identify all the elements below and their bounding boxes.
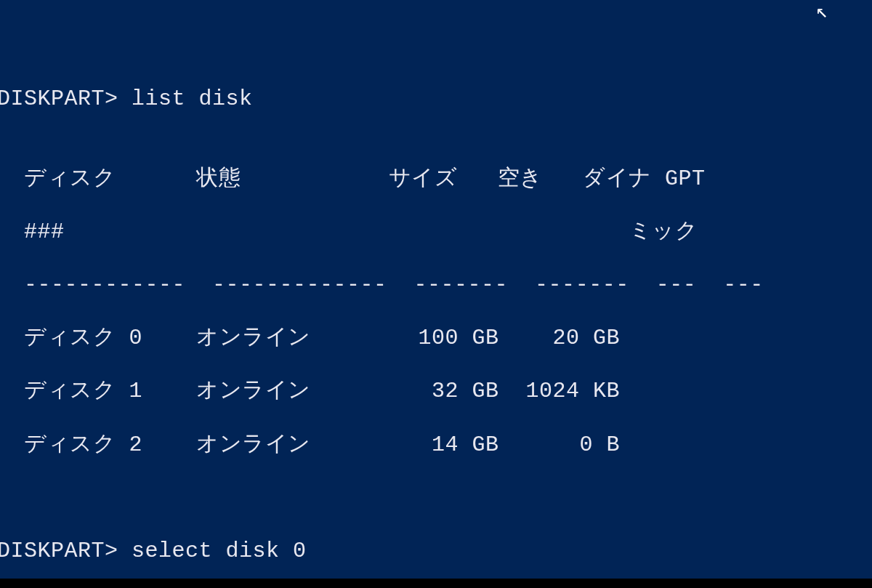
disk-header-1: ディスク 状態 サイズ 空き ダイナ GPT bbox=[0, 166, 872, 193]
terminal-content: DISKPART> list disk ディスク 状態 サイズ 空き ダイナ G… bbox=[0, 59, 872, 588]
prompt-text: DISKPART> bbox=[0, 539, 118, 563]
blank bbox=[0, 485, 872, 512]
terminal-window[interactable]: ↖ DISKPART> list disk ディスク 状態 サイズ 空き ダイナ… bbox=[0, 0, 872, 579]
prompt-select-disk: DISKPART> select disk 0 bbox=[0, 539, 307, 563]
disk-row: ディスク 0 オンライン 100 GB 20 GB bbox=[0, 325, 872, 352]
disk-row: ディスク 2 オンライン 14 GB 0 B bbox=[0, 432, 872, 459]
prompt-list-disk: DISKPART> list disk bbox=[0, 86, 253, 111]
blank bbox=[0, 112, 872, 139]
disk-separator: ------------ ------------- ------- -----… bbox=[0, 272, 872, 299]
disk-row: ディスク 1 オンライン 32 GB 1024 KB bbox=[0, 378, 872, 405]
command-text: select disk 0 bbox=[132, 539, 307, 563]
blank bbox=[0, 564, 872, 588]
cursor-icon: ↖ bbox=[816, 0, 828, 25]
command-text: list disk bbox=[132, 86, 253, 111]
prompt-text: DISKPART> bbox=[0, 86, 118, 111]
disk-header-2: ### ミック bbox=[0, 219, 872, 246]
